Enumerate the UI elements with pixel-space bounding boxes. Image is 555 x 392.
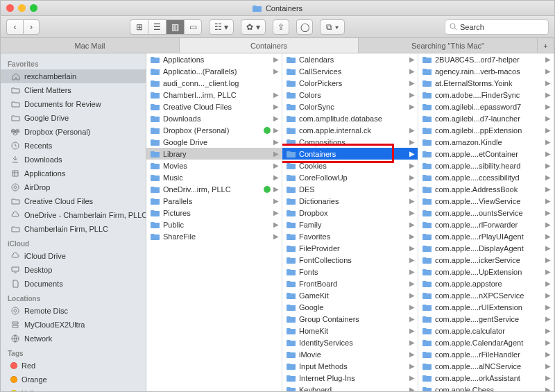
list-item[interactable]: com.apple....ccessibilityd▶ [418,171,554,183]
list-item[interactable]: com.apple.Chess▶ [418,384,554,391]
list-item[interactable]: Group Containers▶ [282,313,418,325]
list-view-button[interactable]: ☰ [148,19,166,35]
list-item[interactable]: Google Drive▶ [146,136,282,148]
back-button[interactable]: ‹ [6,19,23,35]
list-item[interactable]: ColorPickers▶ [282,77,418,89]
dropbox-button[interactable]: ⧉ ▾ [320,19,345,35]
sidebar-item[interactable]: Downloads [1,153,146,167]
sidebar-item[interactable]: Chamberlain Firm, PLLC [1,222,146,236]
list-item[interactable]: agency.rain...verb-macos▶ [418,65,554,77]
list-item[interactable]: Applicatio...(Parallels)▶ [146,65,282,77]
list-item[interactable]: audi_conn..._client.log [146,77,282,89]
list-item[interactable]: Library▶ [146,148,282,160]
column[interactable]: Applications▶Applicatio...(Parallels)▶au… [146,53,282,391]
zoom-button[interactable] [30,4,37,12]
list-item[interactable]: com.apple....ViewService▶ [418,195,554,207]
list-item[interactable]: com.apple....DisplayAgent▶ [418,242,554,254]
list-item[interactable]: com.apple....rlForwarder▶ [418,219,554,230]
list-item[interactable]: com.apple....ickerService▶ [418,254,554,266]
list-item[interactable]: com.apple....rPlayUIAgent▶ [418,230,554,242]
forward-button[interactable]: › [23,19,40,35]
sidebar-item[interactable]: Orange [1,373,146,386]
list-item[interactable]: Public▶ [146,219,282,230]
share-button[interactable]: ⇪ [273,19,289,35]
list-item[interactable]: Fonts▶ [282,266,418,278]
gallery-view-button[interactable]: ▭ [184,19,202,35]
list-item[interactable]: com.apple....rUIExtension▶ [418,301,554,313]
list-item[interactable]: Chamberl...irm, PLLC▶ [146,89,282,101]
list-item[interactable]: com.apple....alNCService▶ [418,360,554,372]
sidebar-item[interactable]: Client Matters [1,83,146,97]
sidebar-item[interactable]: iCloud Drive [1,249,146,263]
sidebar-item[interactable]: Dropbox (Personal) [1,125,146,139]
sidebar-item[interactable]: Red [1,359,146,373]
list-item[interactable]: Dropbox (Personal)▶ [146,124,282,136]
list-item[interactable]: Dropbox▶ [282,207,418,219]
action-button[interactable]: ✿ ▾ [241,19,266,35]
list-item[interactable]: FrontBoard▶ [282,278,418,289]
list-item[interactable]: Keyboard▶ [282,384,418,391]
sidebar-item[interactable]: Remote Disc [1,304,146,318]
list-item[interactable]: Movies▶ [146,160,282,171]
list-item[interactable]: CallServices▶ [282,65,418,77]
tab[interactable]: Containers [180,38,359,53]
list-item[interactable]: Compositions▶ [282,136,418,148]
list-item[interactable]: com.amplitude.database [282,112,418,124]
list-item[interactable]: Internet Plug-Ins▶ [282,372,418,384]
list-item[interactable]: com.apple.CalendarAgent▶ [418,336,554,348]
new-tab-button[interactable]: + [538,38,554,53]
list-item[interactable]: com.apple....rFileHandler▶ [418,348,554,360]
list-item[interactable]: 2BUA8C4S...ord7-helper▶ [418,53,554,65]
list-item[interactable]: Applications▶ [146,53,282,65]
list-item[interactable]: FontCollections▶ [282,254,418,266]
list-item[interactable]: Cookies▶ [282,160,418,171]
list-item[interactable]: Favorites▶ [282,230,418,242]
list-item[interactable]: com.apple.appstore▶ [418,278,554,289]
list-item[interactable]: at.EternalStorms.Yoink▶ [418,77,554,89]
sidebar-item[interactable]: Google Drive [1,111,146,125]
list-item[interactable]: CoreFollowUp▶ [282,171,418,183]
list-item[interactable]: Containers▶ [282,148,418,160]
list-item[interactable]: HomeKit▶ [282,325,418,336]
list-item[interactable]: com.apple.AddressBook▶ [418,183,554,195]
list-item[interactable]: Music▶ [146,171,282,183]
list-item[interactable]: com.agilebi...epassword7▶ [418,101,554,112]
list-item[interactable]: Parallels▶ [146,195,282,207]
column[interactable]: 2BUA8C4S...ord7-helper▶agency.rain...ver… [418,53,554,391]
search-field[interactable]: Search [445,19,549,35]
sidebar-item[interactable]: rexchamberlain [1,69,146,83]
arrange-button[interactable]: ☷ ▾ [209,19,234,35]
list-item[interactable]: Dictionaries▶ [282,195,418,207]
list-item[interactable]: IdentityServices▶ [282,336,418,348]
list-item[interactable]: Calendars▶ [282,53,418,65]
sidebar-item[interactable]: Documents [1,277,146,291]
sidebar-item[interactable]: Network [1,332,146,346]
column[interactable]: Calendars▶CallServices▶ColorPickers▶Colo… [282,53,418,391]
tags-button[interactable]: ◯ [296,19,313,35]
list-item[interactable]: iMovie▶ [282,348,418,360]
sidebar-item[interactable]: OneDrive - Chamberlain Firm, PLLC [1,208,146,222]
sidebar-item[interactable]: AirDrop [1,180,146,194]
sidebar-item[interactable]: Creative Cloud Files [1,194,146,208]
column-view-button[interactable]: ▥ [166,19,184,35]
sidebar-item[interactable]: Desktop [1,263,146,277]
list-item[interactable]: com.apple....nXPCService▶ [418,289,554,301]
list-item[interactable]: com.apple.internal.ck▶ [282,124,418,136]
list-item[interactable]: OneDriv...irm, PLLC▶ [146,183,282,195]
list-item[interactable]: com.apple....etContainer▶ [418,148,554,160]
list-item[interactable]: com.amazon.Kindle▶ [418,136,554,148]
list-item[interactable]: Downloads▶ [146,112,282,124]
list-item[interactable]: com.apple....orkAssistant▶ [418,372,554,384]
close-button[interactable] [6,4,14,12]
list-item[interactable]: com.apple....UpExtension▶ [418,266,554,278]
sidebar-item[interactable]: Recents [1,139,146,153]
tab[interactable]: Searching "This Mac" [359,38,538,53]
list-item[interactable]: com.agilebi...d7-launcher▶ [418,112,554,124]
list-item[interactable]: com.apple....sibility.heard▶ [418,160,554,171]
list-item[interactable]: GameKit▶ [282,289,418,301]
icon-view-button[interactable]: ⊞ [130,19,148,35]
list-item[interactable]: com.apple....ountsService▶ [418,207,554,219]
list-item[interactable]: FileProvider▶ [282,242,418,254]
list-item[interactable]: Colors▶ [282,89,418,101]
tab[interactable]: Mac Mail [1,38,180,53]
